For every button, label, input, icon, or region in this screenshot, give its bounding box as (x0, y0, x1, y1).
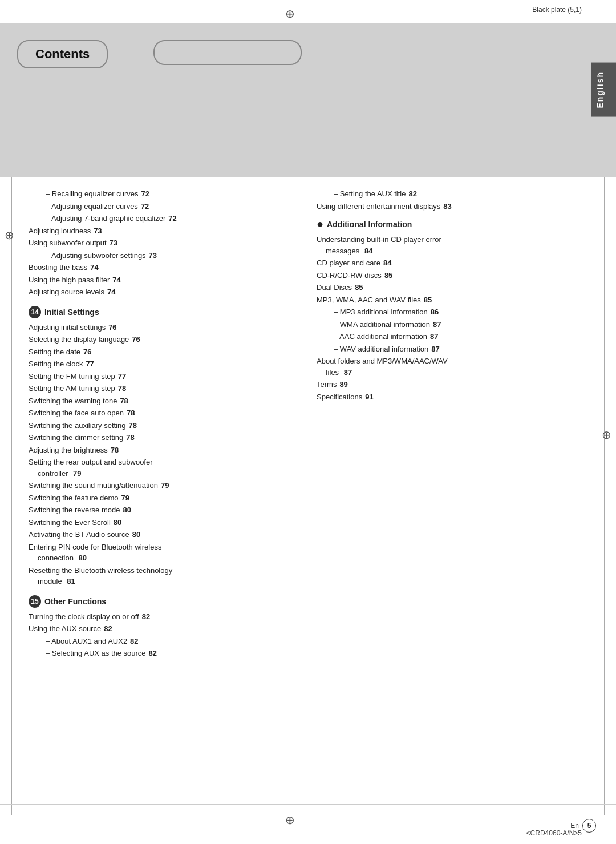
list-item: Setting the clock 77 (29, 358, 294, 370)
section-14-header: 14 Initial Settings (29, 306, 294, 318)
list-item: CD player and care 84 (317, 257, 582, 269)
col-left: – Recalling equalizer curves 72 – Adjust… (29, 188, 294, 660)
header-right-box (153, 40, 302, 65)
list-item: – Setting the AUX title 82 (317, 188, 582, 200)
list-item: Switching the feature demo 79 (29, 492, 294, 504)
list-item: – Adjusting equalizer curves 72 (29, 201, 294, 212)
list-item-multiline: Entering PIN code for Bluetooth wireless… (29, 542, 294, 564)
list-item: Setting the FM tuning step 77 (29, 371, 294, 382)
reg-mark-top-center: ⊕ (285, 7, 295, 21)
list-item: Setting the AM tuning step 78 (29, 383, 294, 394)
additional-info-header: ● Additional Information (317, 217, 582, 231)
list-item: Dual Discs 85 (317, 282, 582, 293)
list-item: Switching the Ever Scroll 80 (29, 517, 294, 528)
right-pre-items: – Setting the AUX title 82 Using differe… (317, 188, 582, 212)
list-item: Adjusting initial settings 76 (29, 322, 294, 333)
list-item: Using the high pass filter 74 (29, 274, 294, 286)
section-14-title: Initial Settings (44, 308, 99, 317)
list-item: – Adjusting 7-band graphic equalizer 72 (29, 213, 294, 224)
list-item: CD-R/CD-RW discs 85 (317, 270, 582, 281)
list-item-multiline: About folders and MP3/WMA/AAC/WAV files … (317, 356, 582, 378)
page-number: 5 (582, 819, 596, 833)
section-15-title: Other Functions (44, 597, 106, 606)
list-item: Switching the dimmer setting 78 (29, 432, 294, 443)
col-right: – Setting the AUX title 82 Using differe… (317, 188, 582, 660)
list-item: Setting the date 76 (29, 346, 294, 358)
list-item: MP3, WMA, AAC and WAV files 85 (317, 294, 582, 306)
list-item: Switching the warning tone 78 (29, 395, 294, 407)
list-item-multiline: Setting the rear output and subwoofer co… (29, 457, 294, 479)
top-bar: ⊕ Black plate (5,1) (0, 0, 616, 23)
black-plate-label: Black plate (5,1) (532, 6, 582, 14)
section-14-items: Adjusting initial settings 76 Selecting … (29, 322, 294, 587)
list-item: Switching the auxiliary setting 78 (29, 420, 294, 431)
section-15-items: Turning the clock display on or off 82 U… (29, 611, 294, 659)
list-item: Boosting the bass 74 (29, 262, 294, 273)
list-item: Switching the sound muting/attenuation 7… (29, 480, 294, 491)
header-area: Contents (0, 23, 616, 177)
list-item: Switching the face auto open 78 (29, 407, 294, 419)
additional-info-title: Additional Information (327, 220, 412, 229)
list-item: Adjusting the brightness 78 (29, 445, 294, 456)
additional-info-items: Understanding built-in CD player error m… (317, 234, 582, 402)
section-15-header: 15 Other Functions (29, 595, 294, 608)
reg-mark-left: ⊕ (5, 228, 14, 242)
contents-title: Contents (17, 40, 108, 68)
section-14-number: 14 (29, 306, 41, 318)
list-item-multiline: Understanding built-in CD player error m… (317, 234, 582, 256)
list-item: – Selecting AUX as the source 82 (29, 648, 294, 659)
list-item: – AAC additional information 87 (317, 331, 582, 342)
reg-mark-bottom-center: ⊕ (285, 813, 295, 827)
list-item: Turning the clock display on or off 82 (29, 611, 294, 623)
list-item-multiline: Resetting the Bluetooth wireless technol… (29, 565, 294, 587)
list-item: Switching the reverse mode 80 (29, 504, 294, 516)
list-item: – Adjusting subwoofer settings 73 (29, 250, 294, 261)
list-item: – WAV additional information 87 (317, 344, 582, 355)
list-item: Selecting the display language 76 (29, 334, 294, 345)
list-item: Using subwoofer output 73 (29, 237, 294, 249)
bottom-bar: ⊕ (0, 804, 616, 844)
pre-section-items: – Recalling equalizer curves 72 – Adjust… (29, 188, 294, 298)
list-item: – MP3 additional information 86 (317, 306, 582, 318)
list-item: Using the AUX source 82 (29, 623, 294, 635)
list-item: Using different entertainment displays 8… (317, 201, 582, 212)
list-item: Activating the BT Audio source 80 (29, 529, 294, 540)
page-number-area: En 5 (570, 819, 596, 833)
list-item: Adjusting loudness 73 (29, 225, 294, 237)
section-15-number: 15 (29, 595, 41, 608)
list-item: Adjusting source levels 74 (29, 286, 294, 298)
list-item: – WMA additional information 87 (317, 319, 582, 330)
list-item: – Recalling equalizer curves 72 (29, 188, 294, 200)
main-content: – Recalling equalizer curves 72 – Adjust… (29, 188, 582, 798)
list-item: – About AUX1 and AUX2 82 (29, 636, 294, 647)
list-item: Terms 89 (317, 379, 582, 390)
page-en-label: En (570, 822, 579, 830)
english-tab: English (591, 63, 616, 117)
list-item: Specifications 91 (317, 391, 582, 403)
reg-mark-right: ⊕ (602, 428, 611, 442)
bullet-icon: ● (317, 217, 323, 231)
two-columns: – Recalling equalizer curves 72 – Adjust… (29, 188, 582, 660)
